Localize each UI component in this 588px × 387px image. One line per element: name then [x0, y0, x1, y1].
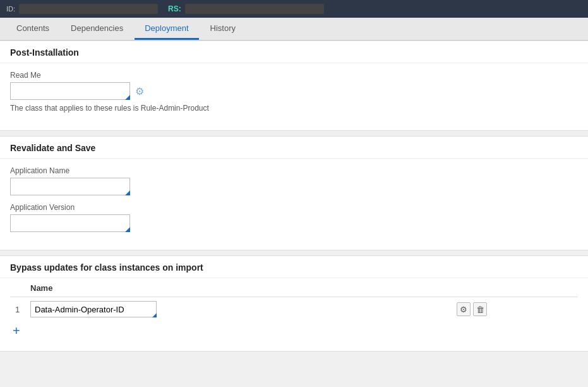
- main-content: Post-Installation Read Me ⚙ The class th…: [0, 40, 588, 387]
- top-bar: ID: RS:: [0, 0, 588, 18]
- row-actions: ⚙ 🗑: [457, 302, 573, 316]
- readme-field-group: Read Me ⚙ The class that applies to thes…: [10, 71, 578, 113]
- app-version-label: Application Version: [10, 203, 578, 212]
- revalidate-section: Revalidate and Save Application Name App…: [0, 136, 588, 250]
- row-actions-cell: ⚙ 🗑: [452, 297, 578, 322]
- bypass-table-num-col: [10, 278, 25, 297]
- readme-input[interactable]: [10, 82, 130, 100]
- bypass-table-name-col: Name: [25, 278, 452, 297]
- app-version-input-container: [10, 214, 130, 232]
- tab-deployment[interactable]: Deployment: [135, 18, 198, 40]
- row-number: 1: [10, 297, 25, 322]
- row-corner: [152, 313, 157, 317]
- readme-label: Read Me: [10, 71, 578, 80]
- revalidate-body: Application Name Application Version: [0, 159, 588, 250]
- row-gear-btn[interactable]: ⚙: [457, 302, 471, 316]
- rs-value: [185, 4, 324, 14]
- tab-contents[interactable]: Contents: [6, 18, 59, 40]
- app-version-field-group: Application Version: [10, 203, 578, 232]
- post-installation-title: Post-Installation: [0, 41, 588, 63]
- add-row-button[interactable]: +: [10, 321, 25, 341]
- app-version-input[interactable]: [10, 214, 130, 232]
- app-name-label: Application Name: [10, 166, 578, 175]
- revalidate-title: Revalidate and Save: [0, 137, 588, 159]
- bypass-table: Name 1: [10, 278, 578, 321]
- app-name-input[interactable]: [10, 178, 130, 195]
- bypass-section: Bypass updates for class instances on im…: [0, 255, 588, 352]
- app-version-corner: [125, 227, 130, 232]
- id-label: ID:: [6, 5, 15, 13]
- bypass-body: Name 1: [0, 278, 588, 351]
- app-name-corner: [125, 190, 130, 195]
- post-installation-section: Post-Installation Read Me ⚙ The class th…: [0, 40, 588, 131]
- row-delete-btn[interactable]: 🗑: [473, 302, 487, 316]
- tab-bar: Contents Dependencies Deployment History: [0, 18, 588, 40]
- post-installation-info: The class that applies to these rules is…: [10, 104, 578, 113]
- readme-input-wrap: ⚙: [10, 82, 578, 100]
- table-row: 1 ⚙ 🗑: [10, 297, 578, 322]
- readme-input-corner: [125, 95, 130, 100]
- row-input-container: [30, 301, 157, 317]
- tab-history[interactable]: History: [200, 18, 246, 40]
- bypass-title: Bypass updates for class instances on im…: [0, 256, 588, 278]
- row-value-cell: [25, 297, 452, 322]
- app-name-field-group: Application Name: [10, 166, 578, 195]
- id-value: [19, 4, 158, 14]
- tab-dependencies[interactable]: Dependencies: [61, 18, 133, 40]
- post-installation-body: Read Me ⚙ The class that applies to thes…: [0, 63, 588, 130]
- bypass-row-input[interactable]: [30, 301, 157, 317]
- readme-gear-icon[interactable]: ⚙: [134, 85, 145, 97]
- bypass-table-actions-col: [452, 278, 578, 297]
- rs-label: RS:: [168, 4, 181, 13]
- app-name-input-container: [10, 178, 130, 195]
- readme-input-container: [10, 82, 130, 100]
